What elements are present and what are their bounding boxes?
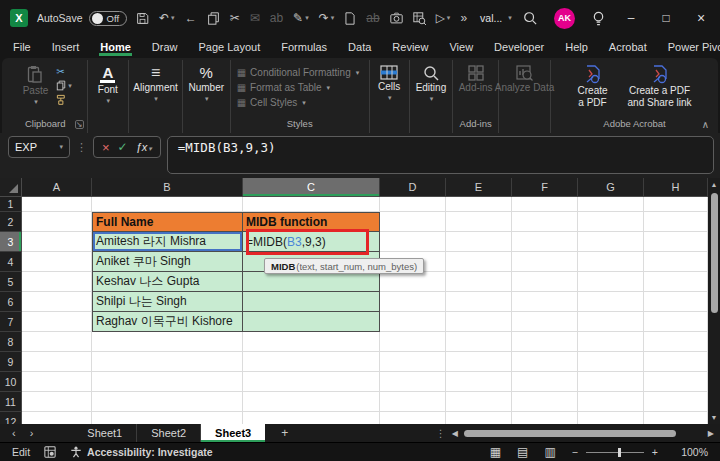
column-header[interactable]: F: [512, 178, 578, 197]
cell[interactable]: [578, 292, 644, 312]
cell[interactable]: [22, 312, 92, 332]
back-icon[interactable]: ←: [185, 11, 197, 25]
cell[interactable]: [446, 197, 512, 212]
row-header[interactable]: 5: [0, 272, 22, 292]
cell-b6[interactable]: Shilpi 나는 Singh: [92, 292, 243, 312]
tab-splitter-icon[interactable]: ⋮: [436, 428, 446, 439]
cell[interactable]: [512, 392, 578, 412]
cell[interactable]: [22, 272, 92, 292]
scroll-up-icon[interactable]: ▲: [711, 178, 718, 191]
cell[interactable]: [644, 352, 708, 372]
cell-c6[interactable]: [243, 292, 380, 312]
cell[interactable]: [380, 292, 446, 312]
cell[interactable]: [644, 272, 708, 292]
autosave-control[interactable]: AutoSave Off: [37, 11, 127, 26]
horizontal-scrollbar[interactable]: [464, 429, 702, 437]
cell-c5[interactable]: [243, 272, 380, 292]
alignment-button[interactable]: ≡Alignment▾: [129, 64, 181, 104]
tab-insert[interactable]: Insert: [51, 38, 81, 56]
cell[interactable]: [578, 272, 644, 292]
editing-button[interactable]: Editing▾: [412, 64, 451, 104]
row-header[interactable]: 4: [0, 252, 22, 272]
lightbulb-icon[interactable]: [592, 11, 605, 26]
insert-function-icon[interactable]: ƒx▾: [136, 141, 152, 153]
row-header[interactable]: 9: [0, 352, 22, 372]
cell[interactable]: [644, 252, 708, 272]
cell[interactable]: [512, 372, 578, 392]
zoom-slider-knob[interactable]: [618, 448, 621, 457]
clipboard-dialog-launcher-icon[interactable]: ↘: [75, 120, 84, 129]
column-header[interactable]: D: [380, 178, 446, 197]
cell[interactable]: [243, 332, 380, 352]
tab-file[interactable]: File: [12, 38, 32, 56]
cell[interactable]: [512, 212, 578, 232]
new-document-icon[interactable]: [344, 12, 356, 25]
format-as-table-button[interactable]: ▦Format as Table▾: [237, 82, 360, 93]
format-painter-icon[interactable]: [56, 94, 72, 105]
select-all-corner[interactable]: [0, 178, 22, 197]
tab-formulas[interactable]: Formulas: [280, 38, 328, 56]
redo-icon[interactable]: ↷▾: [319, 11, 335, 25]
document-title[interactable]: val...▾: [480, 12, 512, 24]
cell-c3-formula[interactable]: =MIDB(B3,9,3): [243, 232, 380, 252]
cell[interactable]: [22, 232, 92, 252]
cell[interactable]: [380, 272, 446, 292]
cell[interactable]: [92, 372, 243, 392]
cell[interactable]: [380, 332, 446, 352]
cell[interactable]: [92, 197, 243, 212]
cell[interactable]: [644, 212, 708, 232]
tab-developer[interactable]: Developer: [493, 38, 545, 56]
cell[interactable]: [22, 197, 92, 212]
conditional-formatting-button[interactable]: ▦Conditional Formatting▾: [237, 67, 360, 78]
cell[interactable]: [578, 252, 644, 272]
row-header[interactable]: 6: [0, 292, 22, 312]
close-button[interactable]: ×: [692, 10, 710, 26]
copy-icon[interactable]: ▾: [56, 80, 72, 91]
ink-icon[interactable]: ✎▾: [293, 11, 309, 25]
name-box-resizer[interactable]: ⋮: [76, 136, 87, 158]
cell[interactable]: [92, 352, 243, 372]
tab-draw[interactable]: Draw: [151, 38, 179, 56]
column-header[interactable]: E: [446, 178, 512, 197]
tab-home[interactable]: Home: [99, 38, 132, 56]
zoom-level[interactable]: 100%: [674, 446, 708, 458]
add-sheet-button[interactable]: +: [265, 424, 304, 442]
row-header-selected[interactable]: 3: [0, 232, 22, 252]
horizontal-scroll-thumb[interactable]: [464, 430, 676, 437]
cell[interactable]: [92, 392, 243, 412]
cell[interactable]: [380, 352, 446, 372]
cell[interactable]: [512, 352, 578, 372]
cell[interactable]: [380, 212, 446, 232]
row-header[interactable]: 7: [0, 312, 22, 332]
cell[interactable]: [243, 197, 380, 212]
column-header-selected[interactable]: C: [243, 178, 380, 197]
row-header[interactable]: 1: [0, 197, 22, 212]
zoom-out-icon[interactable]: −: [572, 446, 578, 458]
cell[interactable]: [446, 212, 512, 232]
accessibility-status[interactable]: Accessibility: Investigate: [70, 446, 212, 458]
cell[interactable]: [644, 232, 708, 252]
cell[interactable]: [243, 352, 380, 372]
prev-sheet-icon[interactable]: ‹: [12, 427, 16, 439]
avatar[interactable]: AK: [554, 8, 575, 29]
tab-data[interactable]: Data: [347, 38, 372, 56]
cut-icon[interactable]: ✂: [230, 11, 240, 25]
row-header[interactable]: 10: [0, 372, 22, 392]
cell[interactable]: [22, 212, 92, 232]
cell[interactable]: [512, 232, 578, 252]
run-macro-icon[interactable]: ▷▾: [436, 11, 451, 25]
scroll-left-icon[interactable]: ◀: [452, 429, 458, 438]
cell[interactable]: [446, 252, 512, 272]
cell[interactable]: [243, 412, 380, 424]
search-icon[interactable]: [523, 11, 537, 25]
cell[interactable]: [446, 292, 512, 312]
cell[interactable]: [446, 272, 512, 292]
save-icon[interactable]: [136, 12, 149, 25]
cell[interactable]: [446, 372, 512, 392]
cell-styles-button[interactable]: ▦Cell Styles▾: [237, 97, 360, 108]
cell[interactable]: [446, 312, 512, 332]
cell[interactable]: [512, 272, 578, 292]
cell[interactable]: [243, 392, 380, 412]
cancel-formula-icon[interactable]: ×: [102, 140, 110, 155]
cell-b3[interactable]: Amitesh 라지 Mishra: [92, 232, 243, 252]
